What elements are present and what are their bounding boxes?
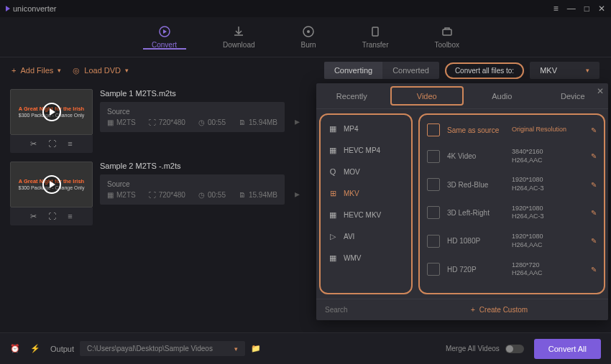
svg-rect-3 (372, 27, 378, 36)
edit-icon[interactable]: ✎ (591, 152, 597, 160)
folder-icon[interactable]: 📁 (251, 344, 261, 353)
preset-list: Same as source Original Resolution ✎ 4K … (418, 113, 605, 294)
edit-icon[interactable]: ✎ (591, 266, 597, 274)
trim-icon[interactable]: ✂ (30, 139, 37, 149)
chevron-down-icon: ▾ (586, 67, 589, 74)
create-custom-button[interactable]: + Create Custom (465, 299, 608, 320)
load-dvd-button[interactable]: ◎ Load DVD ▾ (73, 66, 129, 75)
search-input[interactable] (316, 299, 465, 320)
bottom-bar: ⏰ ⚡ Output C:\Users\payal\Desktop\Sample… (0, 332, 611, 364)
thumbnail[interactable]: A Great Night for the Irish $300 Package… (10, 89, 93, 135)
tab-video[interactable]: Video (390, 86, 464, 106)
file-icon: ▦ (328, 123, 338, 134)
nav-download[interactable]: Download (223, 25, 254, 49)
edit-icon[interactable]: ✎ (591, 209, 597, 217)
output-path[interactable]: C:\Users\payal\Desktop\Sample Videos ▾ (80, 341, 245, 356)
menu-icon[interactable]: ≡ (553, 4, 559, 14)
edit-icon[interactable]: ✎ (591, 126, 597, 134)
chevron-down-icon: ▾ (58, 67, 61, 74)
app-title: uniconverter (6, 4, 57, 13)
preset-icon (427, 150, 440, 163)
thumbnail[interactable]: A Great Night for the Irish $300 Package… (10, 162, 93, 207)
file-icon: Q (328, 167, 338, 177)
seg-converted[interactable]: Converted (382, 62, 439, 79)
crop-icon[interactable]: ⛶ (48, 212, 56, 221)
container-wmv[interactable]: ▦WMV (321, 247, 411, 269)
chevron-down-icon: ▾ (125, 67, 129, 74)
effects-icon[interactable]: ≡ (68, 212, 72, 221)
convert-all-button[interactable]: Convert All (534, 339, 601, 359)
seg-converting[interactable]: Converting (324, 62, 382, 79)
effects-icon[interactable]: ≡ (68, 139, 72, 149)
minimize-icon[interactable]: — (567, 4, 576, 14)
nav-convert[interactable]: Convert (152, 25, 177, 49)
preset-3d-redblue[interactable]: 3D Red-Blue 1920*1080H264,AC-3 ✎ (420, 170, 604, 198)
trim-icon[interactable]: ✂ (30, 212, 37, 221)
format-select[interactable]: MKV ▾ (530, 62, 599, 79)
svg-point-2 (307, 30, 310, 33)
tab-audio[interactable]: Audio (467, 83, 538, 108)
window-controls: ≡ — □ ✕ (553, 4, 605, 14)
film-icon: ▦ (107, 191, 114, 199)
convert-icon (158, 25, 171, 38)
add-files-button[interactable]: + Add Files ▾ (12, 66, 61, 75)
container-mp4[interactable]: ▦MP4 (321, 118, 411, 139)
file-icon: 🗎 (239, 118, 246, 126)
merge-toggle[interactable] (505, 345, 524, 353)
preset-4k[interactable]: 4K Video 3840*2160H264,AAC ✎ (420, 142, 604, 170)
logo-icon (6, 6, 10, 11)
clock-icon: ◷ (198, 191, 205, 199)
close-icon[interactable]: ✕ (597, 86, 604, 96)
film-icon: ▦ (107, 118, 114, 126)
chevron-down-icon: ▾ (234, 345, 238, 353)
close-icon[interactable]: ✕ (598, 4, 605, 14)
file-list: A Great Night for the Irish $300 Package… (0, 83, 312, 327)
thumb-tools: ✂ ⛶ ≡ (10, 135, 93, 153)
crop-icon[interactable]: ⛶ (48, 139, 56, 149)
preset-1080p[interactable]: HD 1080P 1920*1080H264,AAC ✎ (420, 227, 604, 255)
download-icon (232, 25, 245, 38)
container-list: ▦MP4 ▦HEVC MP4 QMOV ⊞MKV ▦HEVC MKV ▷AVI … (319, 113, 413, 294)
play-icon[interactable] (42, 103, 61, 121)
output-label: Output (50, 345, 74, 353)
arrow-right-icon: ▸ (295, 116, 300, 127)
preset-icon (427, 235, 440, 248)
container-hevc-mp4[interactable]: ▦HEVC MP4 (321, 139, 411, 161)
file-icon: ▦ (328, 210, 338, 220)
preset-same-source[interactable]: Same as source Original Resolution ✎ (420, 118, 604, 142)
file-icon: ▦ (328, 145, 338, 155)
file-icon: ⊞ (328, 188, 338, 198)
file-icon: ▦ (328, 253, 338, 263)
dropdown-tabs: Recently Video Audio Device (316, 83, 608, 109)
preset-720p[interactable]: HD 720P 1280*720H264,AAC ✎ (420, 256, 604, 284)
clock-icon[interactable]: ⏰ (10, 344, 20, 353)
edit-icon[interactable]: ✎ (591, 181, 597, 189)
resolution-icon: ⛶ (149, 191, 156, 199)
preset-icon (427, 123, 440, 136)
edit-icon[interactable]: ✎ (591, 237, 597, 245)
file-icon: ▷ (328, 231, 338, 241)
file-icon: 🗎 (239, 191, 246, 199)
arrow-right-icon: ▸ (295, 188, 300, 200)
svg-rect-4 (443, 29, 451, 35)
titlebar: uniconverter ≡ — □ ✕ (0, 0, 611, 17)
nav-burn[interactable]: Burn (301, 25, 316, 49)
container-avi[interactable]: ▷AVI (321, 225, 411, 247)
nav-transfer[interactable]: Transfer (362, 25, 389, 49)
app-name: uniconverter (13, 4, 57, 13)
maximize-icon[interactable]: □ (584, 4, 589, 14)
merge-label: Merge All Videos (446, 345, 500, 353)
preset-icon (427, 178, 440, 191)
burn-icon (302, 25, 315, 38)
container-mov[interactable]: QMOV (321, 161, 411, 182)
dropdown-footer: + Create Custom (316, 299, 608, 320)
nav-toolbox[interactable]: Toolbox (435, 25, 459, 49)
preset-icon (427, 263, 440, 276)
gpu-icon[interactable]: ⚡ (30, 344, 40, 353)
container-mkv[interactable]: ⊞MKV (321, 182, 411, 204)
play-icon[interactable] (42, 175, 61, 194)
tab-recently[interactable]: Recently (316, 83, 387, 108)
clock-icon: ◷ (198, 118, 205, 126)
container-hevc-mkv[interactable]: ▦HEVC MKV (321, 204, 411, 225)
preset-3d-leftright[interactable]: 3D Left-Right 1920*1080H264,AC-3 ✎ (420, 199, 604, 227)
